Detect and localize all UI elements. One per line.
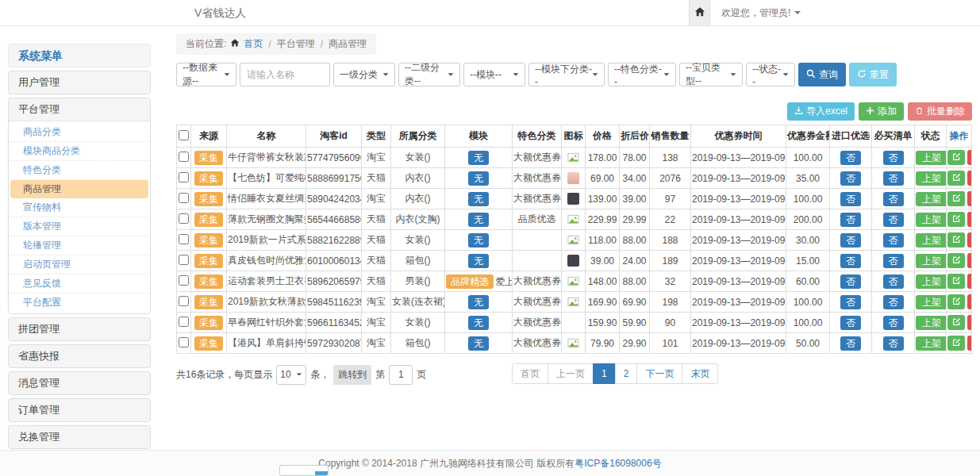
search-button[interactable]: 查询 (798, 63, 846, 86)
imported-toggle[interactable]: 否 (840, 151, 861, 165)
page-button-末页[interactable]: 末页 (682, 363, 718, 384)
edit-button[interactable] (947, 191, 965, 206)
edit-button[interactable] (947, 212, 965, 227)
sidebar-item-平台配置[interactable]: 平台配置 (10, 294, 148, 312)
imported-toggle[interactable]: 否 (840, 192, 861, 206)
delete-button[interactable] (967, 336, 972, 351)
module-badge[interactable]: 品牌精选 (446, 274, 494, 289)
imported-toggle[interactable]: 否 (840, 254, 861, 268)
select-all-checkbox[interactable] (179, 130, 189, 140)
must-buy-toggle[interactable]: 否 (883, 233, 904, 248)
delete-button[interactable] (967, 150, 972, 165)
sidebar-item-商品管理[interactable]: 商品管理 (10, 180, 148, 198)
filter-feature-category-select[interactable]: --特色分类-- (608, 63, 676, 86)
sidebar-item-意见反馈[interactable]: 意见反馈 (10, 274, 148, 294)
status-button[interactable]: 上架 (916, 274, 947, 289)
sidebar-item-模块商品分类[interactable]: 模块商品分类 (10, 142, 148, 161)
delete-button[interactable] (967, 171, 972, 186)
breadcrumb-home-link[interactable]: 首页 (244, 37, 263, 51)
row-checkbox[interactable] (179, 337, 189, 347)
delete-button[interactable] (967, 232, 972, 248)
row-checkbox[interactable] (179, 317, 189, 327)
imported-toggle[interactable]: 否 (840, 336, 861, 351)
row-checkbox[interactable] (179, 213, 189, 224)
reset-button[interactable]: 重置 (849, 63, 897, 86)
must-buy-toggle[interactable]: 否 (883, 254, 904, 268)
edit-button[interactable] (947, 274, 965, 289)
must-buy-toggle[interactable]: 否 (883, 192, 904, 206)
status-button[interactable]: 上架 (916, 171, 947, 186)
filter-level2-category-select[interactable]: --二级分类-- (398, 63, 460, 86)
delete-button[interactable] (967, 274, 972, 289)
status-button[interactable]: 上架 (916, 316, 947, 330)
must-buy-toggle[interactable]: 否 (883, 171, 904, 186)
status-button[interactable]: 上架 (916, 295, 947, 309)
sidebar-group-省惠快报[interactable]: 省惠快报 (9, 345, 150, 367)
sidebar-group-平台管理[interactable]: 平台管理 (9, 98, 150, 121)
page-button-首页[interactable]: 首页 (512, 363, 548, 384)
edit-button[interactable] (947, 150, 965, 165)
sidebar-item-轮播管理[interactable]: 轮播管理 (10, 236, 148, 255)
row-checkbox[interactable] (179, 193, 189, 203)
edit-button[interactable] (947, 336, 965, 351)
add-button[interactable]: 添加 (859, 102, 904, 121)
imported-toggle[interactable]: 否 (840, 233, 861, 248)
row-checkbox[interactable] (179, 275, 189, 286)
must-buy-toggle[interactable]: 否 (883, 316, 904, 330)
status-button[interactable]: 上架 (916, 151, 947, 165)
edit-button[interactable] (947, 315, 965, 330)
page-button-1[interactable]: 1 (593, 363, 616, 384)
row-checkbox[interactable] (179, 152, 189, 162)
user-menu[interactable]: 欢迎您，管理员! (710, 0, 812, 25)
delete-button[interactable] (967, 212, 972, 227)
module-badge[interactable]: 无 (468, 233, 489, 248)
status-button[interactable]: 上架 (916, 213, 947, 227)
import-excel-button[interactable]: 导入excel (787, 102, 855, 121)
edit-button[interactable] (947, 253, 965, 268)
edit-button[interactable] (947, 294, 965, 309)
sidebar-item-特色分类[interactable]: 特色分类 (10, 161, 148, 180)
imported-toggle[interactable]: 否 (840, 171, 861, 186)
delete-button[interactable] (967, 315, 972, 330)
must-buy-toggle[interactable]: 否 (883, 213, 904, 227)
imported-toggle[interactable]: 否 (840, 213, 861, 227)
jump-page-input[interactable] (389, 365, 413, 385)
home-button[interactable] (689, 0, 710, 25)
module-badge[interactable]: 无 (468, 213, 489, 227)
status-button[interactable]: 上架 (916, 336, 947, 351)
row-checkbox[interactable] (179, 255, 189, 265)
module-badge[interactable]: 无 (468, 192, 489, 206)
imported-toggle[interactable]: 否 (840, 295, 861, 309)
sidebar-group-用户管理[interactable]: 用户管理 (9, 71, 150, 94)
page-button-2[interactable]: 2 (615, 363, 638, 384)
filter-name-search[interactable] (240, 63, 330, 86)
icp-link[interactable]: 粤ICP备16098006号 (575, 457, 661, 470)
status-button[interactable]: 上架 (916, 233, 947, 248)
sidebar-group-兑换管理[interactable]: 兑换管理 (9, 426, 150, 448)
sidebar-item-启动页管理[interactable]: 启动页管理 (10, 255, 148, 274)
must-buy-toggle[interactable]: 否 (883, 151, 904, 165)
module-badge[interactable]: 无 (468, 295, 489, 309)
sidebar-group-订单管理[interactable]: 订单管理 (9, 399, 150, 421)
module-badge[interactable]: 无 (468, 171, 489, 186)
sidebar-item-版本管理[interactable]: 版本管理 (10, 217, 148, 236)
row-checkbox[interactable] (179, 234, 189, 244)
filter-module-select[interactable]: --模块-- (463, 63, 525, 86)
row-checkbox[interactable] (179, 296, 189, 306)
imported-toggle[interactable]: 否 (840, 274, 861, 289)
row-checkbox[interactable] (179, 172, 189, 182)
module-badge[interactable]: 无 (468, 151, 489, 165)
batch-delete-button[interactable]: 批量删除 (908, 102, 972, 121)
sidebar-group-消息管理[interactable]: 消息管理 (9, 372, 150, 394)
filter-level1-category-select[interactable]: 一级分类 (333, 63, 395, 86)
page-button-上一页[interactable]: 上一页 (548, 363, 594, 384)
filter-status-select[interactable]: --状态-- (746, 63, 795, 86)
filter-data-source-select[interactable]: --数据来源-- (176, 63, 236, 86)
per-page-select[interactable]: 10 (276, 365, 306, 385)
delete-button[interactable] (967, 294, 972, 309)
edit-button[interactable] (947, 171, 965, 186)
must-buy-toggle[interactable]: 否 (883, 274, 904, 289)
sidebar-group-拼团管理[interactable]: 拼团管理 (9, 318, 150, 340)
page-button-下一页[interactable]: 下一页 (636, 363, 682, 384)
module-badge[interactable]: 无 (468, 316, 489, 330)
